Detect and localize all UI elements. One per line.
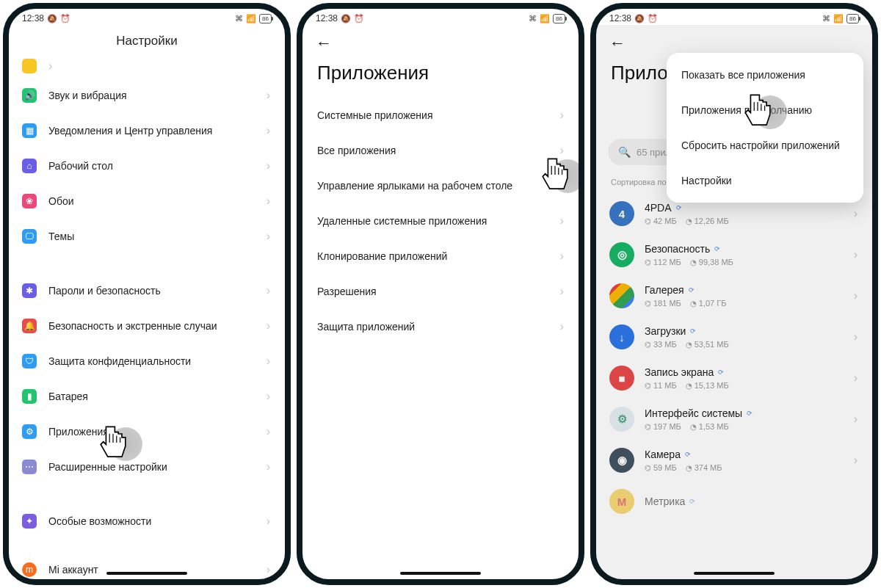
app-row-security[interactable]: ◎ Безопасность⟳ ⌬112 МБ ◔99,38 МБ › — [596, 235, 872, 276]
chevron-right-icon: › — [267, 515, 270, 527]
chevron-right-icon: › — [267, 391, 270, 402]
apps-item-shortcuts[interactable]: Управление ярлыками на рабочем столе › — [302, 168, 579, 203]
overflow-menu: Показать все приложения Приложения по ум… — [667, 53, 863, 203]
chevron-right-icon: › — [854, 372, 858, 384]
app-row-gallery[interactable]: Галерея⟳ ⌬181 МБ ◔1,07 ГБ › — [596, 276, 872, 317]
app-row-metrika[interactable]: M Метрика⟳ — [596, 482, 872, 523]
phone-apps-list: 12:38 🔕 ⏰ ⌘ 📶 86 ← Приложения 🗑 Удаление… — [590, 3, 878, 585]
menu-settings[interactable]: Настройки — [667, 163, 863, 198]
chevron-right-icon: › — [560, 286, 564, 297]
home-indicator[interactable] — [106, 572, 187, 575]
settings-item-themes[interactable]: 🖵 Темы › — [9, 219, 285, 254]
loading-icon: ⟳ — [689, 498, 695, 505]
chevron-right-icon: › — [267, 125, 270, 137]
vowifi-icon: ⌘ — [529, 14, 537, 23]
accessibility-icon: ✦ — [22, 514, 37, 529]
settings-list-1: 🔊 Звук и вибрация › ▦ Уведомления и Цент… — [9, 78, 285, 254]
apps-item-permissions[interactable]: Разрешения › — [302, 274, 579, 309]
storage-icon: ⌬ — [645, 423, 651, 431]
loading-icon: ⟳ — [718, 369, 724, 376]
settings-item-apps[interactable]: ⚙ Приложения › — [9, 414, 285, 449]
app-row-systemui[interactable]: ⚙ Интерфейс системы⟳ ⌬197 МБ ◔1,53 МБ › — [596, 399, 872, 440]
mute-icon: 🔕 — [341, 14, 351, 23]
storage-icon: ⌬ — [645, 464, 651, 472]
data-icon: ◔ — [686, 382, 692, 390]
apps-item-protection[interactable]: Защита приложений › — [302, 309, 579, 344]
battery-indicator: 86 — [553, 14, 565, 23]
apps-item-uninstalled[interactable]: Удаленные системные приложения › — [302, 203, 579, 239]
menu-show-all[interactable]: Показать все приложения — [667, 57, 863, 92]
home-indicator[interactable] — [400, 572, 481, 575]
alarm-icon: ⏰ — [648, 14, 658, 23]
vowifi-icon: ⌘ — [235, 14, 243, 23]
wifi-icon: 📶 — [540, 14, 550, 23]
app-row-camera[interactable]: ◉ Камера⟳ ⌬59 МБ ◔374 МБ › — [596, 440, 872, 482]
settings-item-battery[interactable]: ▮ Батарея › — [9, 379, 285, 414]
app-icon: ◎ — [609, 242, 634, 267]
flower-icon: ❀ — [22, 194, 37, 208]
settings-item-sound[interactable]: 🔊 Звук и вибрация › — [9, 78, 285, 113]
settings-item-advanced[interactable]: ⋯ Расширенные настройки › — [9, 449, 285, 484]
chevron-right-icon: › — [48, 60, 52, 72]
search-icon: 🔍 — [618, 146, 631, 158]
apps-item-clone[interactable]: Клонирование приложений › — [302, 239, 579, 274]
star-icon — [22, 59, 37, 73]
settings-item-privacy[interactable]: 🛡 Защита конфиденциальности › — [9, 344, 285, 379]
apps-item-system[interactable]: Системные приложения › — [302, 98, 579, 133]
app-icon: ◉ — [609, 448, 634, 473]
mi-icon: m — [22, 562, 37, 577]
settings-item-passwords[interactable]: ✱ Пароли и безопасность › — [9, 273, 285, 308]
loading-icon: ⟳ — [689, 286, 695, 294]
chevron-right-icon: › — [560, 145, 564, 156]
status-time: 12:38 — [316, 13, 338, 23]
loading-icon: ⟳ — [685, 451, 691, 458]
app-icon: ■ — [609, 366, 634, 391]
settings-item-notifications[interactable]: ▦ Уведомления и Центр управления › — [9, 113, 285, 148]
settings-list-3: ✦ Особые возможности › — [9, 504, 285, 539]
chevron-right-icon: › — [267, 231, 270, 242]
app-row-screenrec[interactable]: ■ Запись экрана⟳ ⌬11 МБ ◔15,13 МБ › — [596, 358, 872, 399]
status-time: 12:38 — [22, 13, 44, 23]
status-time: 12:38 — [609, 13, 631, 23]
chevron-right-icon: › — [560, 215, 564, 227]
dots-icon: ⋯ — [22, 460, 37, 474]
chevron-right-icon: › — [267, 564, 270, 576]
settings-item-mi-account[interactable]: m Mi аккаунт › — [9, 552, 285, 579]
settings-content: Настройки › 🔊 Звук и вибрация › ▦ Уведом… — [9, 25, 285, 579]
settings-item-emergency[interactable]: 🔔 Безопасность и экстренные случаи › — [9, 308, 285, 344]
menu-reset-apps[interactable]: Сбросить настройки приложений — [667, 128, 863, 163]
alarm-icon: ⏰ — [60, 14, 70, 23]
chevron-right-icon: › — [854, 454, 858, 466]
page-title: Настройки — [9, 25, 285, 59]
chevron-right-icon: › — [267, 285, 270, 297]
chevron-right-icon: › — [854, 413, 858, 425]
settings-item-accessibility[interactable]: ✦ Особые возможности › — [9, 504, 285, 539]
home-indicator[interactable] — [694, 572, 775, 575]
key-icon: ✱ — [22, 283, 37, 298]
settings-item-desktop[interactable]: ⌂ Рабочий стол › — [9, 148, 285, 184]
menu-default-apps[interactable]: Приложения по умолчанию — [667, 92, 863, 128]
app-row-downloads[interactable]: ↓ Загрузки⟳ ⌬33 МБ ◔53,51 МБ › — [596, 317, 872, 358]
chevron-right-icon: › — [267, 426, 270, 438]
chevron-right-icon: › — [267, 461, 270, 473]
chevron-right-icon: › — [267, 90, 270, 101]
chevron-right-icon: › — [267, 160, 270, 172]
app-list: 4 4PDA⟳ ⌬42 МБ ◔12,26 МБ › ◎ Безопасност… — [596, 194, 872, 523]
back-button[interactable]: ← — [606, 31, 628, 56]
apps-item-all[interactable]: Все приложения › — [302, 133, 579, 168]
settings-item-wallpaper[interactable]: ❀ Обои › — [9, 184, 285, 219]
battery-icon: ▮ — [22, 389, 37, 404]
home-icon: ⌂ — [22, 159, 37, 173]
settings-item-partial[interactable]: › — [9, 59, 285, 78]
mute-icon: 🔕 — [47, 14, 57, 23]
back-button[interactable]: ← — [313, 31, 335, 56]
data-icon: ◔ — [690, 423, 697, 431]
settings-list-2: ✱ Пароли и безопасность › 🔔 Безопасность… — [9, 273, 285, 484]
data-icon: ◔ — [690, 258, 697, 266]
mute-icon: 🔕 — [634, 14, 645, 23]
data-icon: ◔ — [686, 341, 692, 349]
loading-icon: ⟳ — [676, 204, 682, 211]
storage-icon: ⌬ — [645, 217, 651, 225]
chevron-right-icon: › — [854, 331, 858, 343]
data-icon: ◔ — [690, 300, 697, 308]
